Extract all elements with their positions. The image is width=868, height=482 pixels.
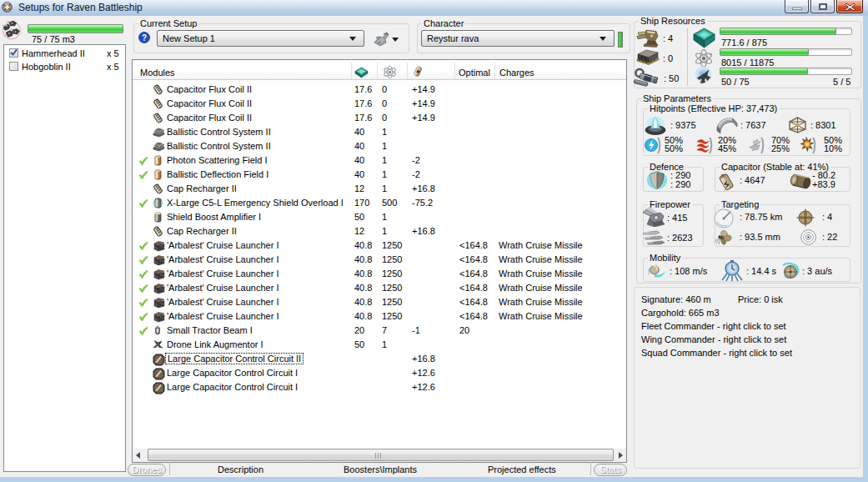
svg-text:?: ? (142, 33, 147, 43)
